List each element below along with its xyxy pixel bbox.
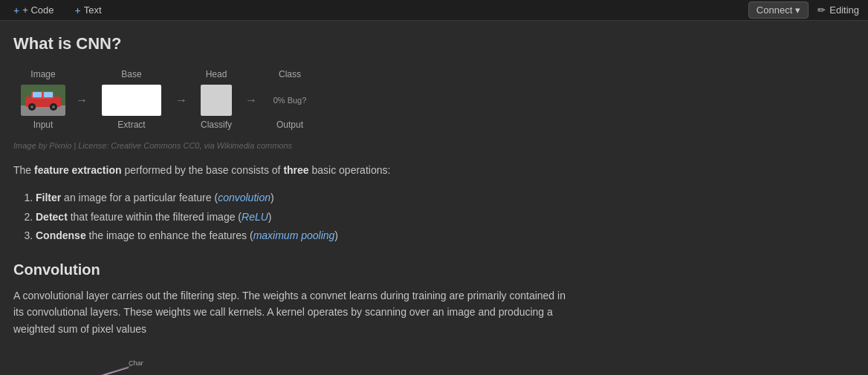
- svg-rect-5: [44, 92, 53, 97]
- intro-bold-three: three: [283, 164, 308, 176]
- arrow-2: →: [172, 94, 190, 107]
- item1-text: an image for a particular feature (: [61, 192, 218, 203]
- operations-list: Filter an image for a particular feature…: [36, 189, 596, 245]
- add-code-button[interactable]: + + Code: [9, 3, 58, 18]
- main-content: What is CNN? Image Base Head Class: [0, 21, 609, 375]
- convolution-body: A convolutional layer carries out the fi…: [13, 287, 578, 337]
- list-item-filter: Filter an image for a particular feature…: [36, 189, 596, 207]
- label-extract: Extract: [117, 120, 145, 130]
- item3-code: maximum pooling: [253, 229, 335, 241]
- input-image: [13, 85, 73, 116]
- chevron-down-icon: ▾: [795, 4, 800, 16]
- diagram-caption: Image by Pixnio | License: Creative Comm…: [13, 141, 596, 150]
- add-code-label: + Code: [22, 4, 54, 16]
- intro-bold-feature: feature extraction: [34, 164, 121, 176]
- add-text-label: Text: [84, 4, 102, 16]
- intro-text-middle: performed by the base consists of: [122, 164, 284, 176]
- pencil-icon: ✏: [817, 4, 826, 16]
- svg-text:Channels: Channels: [129, 359, 143, 367]
- svg-point-9: [52, 105, 55, 108]
- plus-text-icon: +: [74, 4, 80, 16]
- item1-code: convolution: [218, 192, 271, 203]
- label-class: Class: [279, 69, 301, 79]
- editing-status: ✏ Editing: [817, 4, 859, 16]
- arrow-3: →: [242, 94, 260, 107]
- list-item-detect: Detect that feature within the filtered …: [36, 208, 596, 226]
- item2-code: ReLU: [242, 211, 268, 223]
- label-classify: Classify: [201, 120, 232, 130]
- toolbar-right: Connect ▾ ✏ Editing: [748, 1, 859, 19]
- output-box: 0% Bug?: [260, 93, 320, 108]
- connect-label: Connect: [757, 4, 792, 16]
- svg-line-25: [73, 372, 114, 375]
- label-head: Head: [206, 69, 227, 79]
- item2-bold: Detect: [36, 211, 68, 223]
- svg-rect-4: [33, 92, 42, 97]
- svg-line-22: [54, 368, 129, 375]
- cnn-diagram: Image Base Head Class: [13, 68, 596, 131]
- intro-paragraph: The feature extraction performed by the …: [13, 162, 596, 178]
- item3-bold: Condense: [36, 229, 86, 241]
- item2-text: that feature within the filtered image (: [68, 211, 242, 223]
- convolution-visualization: Channels Kernel Input: [13, 349, 143, 375]
- label-input: Input: [33, 120, 54, 130]
- label-image: Image: [30, 69, 55, 79]
- list-item-condense: Condense the image to enhance the featur…: [36, 226, 596, 245]
- svg-line-26: [88, 368, 129, 375]
- toolbar: + + Code + Text Connect ▾ ✏ Editing: [0, 0, 868, 21]
- toolbar-left: + + Code + Text: [9, 3, 106, 18]
- item1-end: ): [271, 192, 274, 203]
- plus-code-icon: +: [13, 4, 19, 16]
- item2-end: ): [268, 211, 272, 223]
- item3-end: ): [334, 229, 338, 241]
- svg-rect-1: [21, 105, 65, 116]
- connect-button[interactable]: Connect ▾: [748, 1, 809, 19]
- add-text-button[interactable]: + Text: [70, 3, 106, 18]
- svg-point-7: [30, 105, 33, 108]
- head-box: [190, 85, 242, 116]
- item1-bold: Filter: [36, 192, 61, 203]
- editing-label-text: Editing: [829, 4, 859, 16]
- item3-text: the image to enhance the features (: [86, 229, 253, 241]
- intro-text-end: basic operations:: [309, 164, 391, 176]
- intro-text-before: The: [13, 164, 34, 176]
- base-box: [91, 85, 172, 116]
- output-text: 0% Bug?: [273, 96, 307, 105]
- label-base: Base: [121, 69, 141, 79]
- page-title: What is CNN?: [13, 34, 596, 53]
- arrow-1: →: [73, 94, 91, 107]
- convolution-heading: Convolution: [13, 261, 596, 278]
- label-output: Output: [276, 120, 303, 130]
